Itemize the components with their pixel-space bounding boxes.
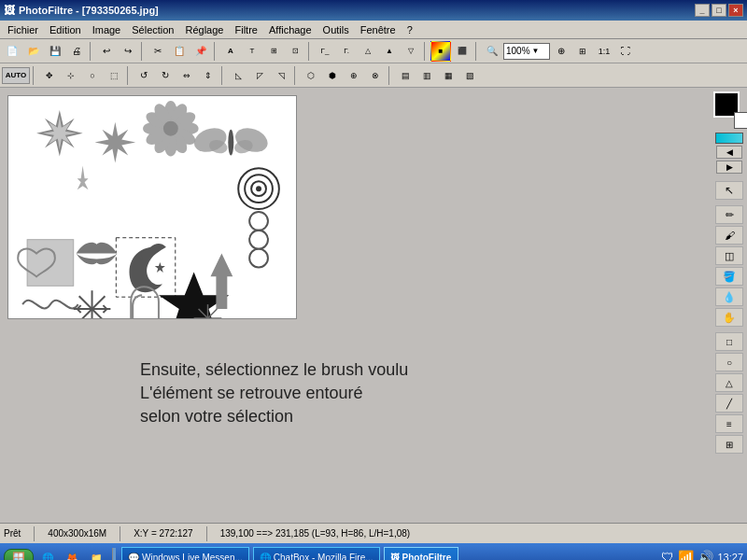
auto-btn[interactable]: AUTO [2, 67, 30, 84]
menu-affichage[interactable]: Affichage [263, 23, 317, 36]
tb-btn-a[interactable]: A [220, 41, 241, 62]
instruction-line1: Ensuite, sélectionnez le brush voulu [140, 358, 408, 382]
tb-btn-e[interactable]: Γ_ [315, 41, 335, 62]
tb-btn-i[interactable]: ▽ [401, 41, 421, 62]
title-bar-left: 🖼 PhotoFiltre - [793350265.jpg] [4, 4, 159, 17]
t2-rotate-l[interactable]: ↺ [134, 65, 154, 86]
menu-fenetre[interactable]: Fenêtre [355, 23, 402, 36]
line-tool-button[interactable]: ╱ [715, 394, 743, 413]
tb-btn-g[interactable]: △ [358, 41, 378, 62]
menu-reglage[interactable]: Réglage [180, 23, 230, 36]
taskbar-chatbox[interactable]: 🌐 ChatBox - Mozilla Fire... [253, 547, 380, 560]
scroll-left-button[interactable]: ◀ [716, 146, 742, 159]
title-bar-controls: _ □ × [695, 4, 743, 17]
messenger-label: Windows Live Messen... [142, 553, 243, 561]
quicklaunch-ff[interactable]: 🦊 [62, 547, 82, 560]
t2-flip-v[interactable]: ⇕ [198, 65, 218, 86]
extra-tool-1[interactable]: ≡ [715, 414, 743, 433]
start-button[interactable]: 🪟 [4, 549, 34, 561]
t2-lasso[interactable]: ○ [82, 65, 103, 86]
brush-panel [7, 95, 297, 319]
t2-extra8[interactable]: ▧ [459, 65, 480, 86]
cut-button[interactable]: ✂ [148, 41, 168, 62]
tb-btn-b[interactable]: T [242, 41, 262, 62]
restore-button[interactable]: □ [712, 4, 726, 17]
hand-tool-button[interactable]: ✋ [715, 308, 743, 327]
window-title: PhotoFiltre - [793350265.jpg] [19, 5, 159, 16]
pencil-tool-button[interactable]: ✏ [715, 205, 743, 224]
print-button[interactable]: 🖨 [66, 41, 87, 62]
t2-crop[interactable]: ⬚ [104, 65, 124, 86]
menu-fichier[interactable]: Fichier [2, 23, 44, 36]
t2-triangle3[interactable]: ◹ [271, 65, 291, 86]
oval-tool-button[interactable]: ○ [715, 353, 743, 371]
zoom-dropdown-arrow[interactable]: ▼ [532, 47, 540, 55]
tb-zoom-out[interactable]: 🔍 [482, 41, 502, 62]
menu-filtre[interactable]: Filtre [229, 23, 262, 36]
paste-button[interactable]: 📌 [190, 41, 211, 62]
t2-extra2[interactable]: ⬢ [322, 65, 343, 86]
t2-flip-h[interactable]: ⇔ [176, 65, 197, 86]
tb-btn-c[interactable]: ⊞ [263, 41, 284, 62]
tb-color[interactable]: ■ [430, 41, 451, 62]
main-area: Ensuite, sélectionnez le brush voulu L'é… [0, 88, 747, 523]
cursor-coordinates: X:Y = 272:127 [134, 528, 192, 539]
select-tool-button[interactable]: ↖ [715, 181, 743, 200]
tb-grayscale[interactable]: ⬛ [452, 41, 472, 62]
tb-btn-d[interactable]: ⊡ [285, 41, 305, 62]
scroll-right-button[interactable]: ▶ [716, 161, 742, 174]
svg-point-24 [256, 186, 261, 191]
brush-tool-button[interactable]: 🖌 [715, 226, 743, 245]
menu-selection[interactable]: Sélection [126, 23, 179, 36]
rect-tool-button[interactable]: □ [715, 332, 743, 351]
tb-fullscreen[interactable]: ⛶ [615, 41, 636, 62]
tb-btn-h[interactable]: ▲ [379, 41, 400, 62]
quicklaunch-folder[interactable]: 📁 [86, 547, 106, 560]
tb-actual[interactable]: 1:1 [594, 41, 614, 62]
close-button[interactable]: × [728, 4, 743, 17]
save-button[interactable]: 💾 [45, 41, 65, 62]
eraser-tool-button[interactable]: ◫ [715, 246, 743, 265]
t2-select[interactable]: ⊹ [61, 65, 81, 86]
tb-fit[interactable]: ⊞ [572, 41, 593, 62]
menu-image[interactable]: Image [87, 23, 127, 36]
background-color[interactable] [734, 112, 747, 129]
redo-button[interactable]: ↪ [118, 41, 138, 62]
t2-extra7[interactable]: ▦ [438, 65, 458, 86]
t2-triangle2[interactable]: ◸ [249, 65, 270, 86]
open-button[interactable]: 📂 [23, 41, 44, 62]
menu-outils[interactable]: Outils [317, 23, 355, 36]
photofiltre-label: PhotoFiltre [402, 553, 452, 561]
taskbar-photofiltre[interactable]: 🖼 PhotoFiltre [384, 547, 458, 560]
triangle-tool-button[interactable]: △ [715, 373, 743, 392]
new-button[interactable]: 📄 [2, 41, 22, 62]
t2-move[interactable]: ✥ [39, 65, 60, 86]
zoom-select[interactable]: 100% ▼ [503, 43, 550, 60]
messenger-icon: 💬 [128, 553, 139, 561]
t2-extra4[interactable]: ⊗ [365, 65, 386, 86]
quicklaunch-ie[interactable]: 🌐 [37, 547, 58, 560]
minimize-button[interactable]: _ [695, 4, 710, 17]
dropper-tool-button[interactable]: 💧 [715, 287, 743, 306]
taskbar-sep [112, 548, 116, 560]
t2-extra1[interactable]: ⬡ [301, 65, 321, 86]
t2-extra3[interactable]: ⊕ [344, 65, 364, 86]
copy-button[interactable]: 📋 [169, 41, 190, 62]
menu-edition[interactable]: Edition [44, 23, 87, 36]
chatbox-icon: 🌐 [260, 553, 271, 561]
t2-rotate-r[interactable]: ↻ [155, 65, 176, 86]
menu-bar: Fichier Edition Image Sélection Réglage … [0, 21, 747, 39]
t2-extra6[interactable]: ▥ [416, 65, 437, 86]
menu-help[interactable]: ? [402, 23, 418, 36]
t2-triangle1[interactable]: ◺ [228, 65, 248, 86]
fill-tool-button[interactable]: 🪣 [715, 267, 743, 286]
t2-extra5[interactable]: ▤ [395, 65, 416, 86]
extra-tool-2[interactable]: ⊞ [715, 435, 743, 454]
tb-zoom-in[interactable]: ⊕ [551, 41, 571, 62]
taskbar-messenger[interactable]: 💬 Windows Live Messen... [121, 547, 249, 560]
separator-5 [424, 42, 428, 61]
tb-btn-f[interactable]: Γ. [336, 41, 357, 62]
undo-button[interactable]: ↩ [96, 41, 117, 62]
volume-icon: 🔊 [698, 550, 713, 560]
svg-point-15 [163, 121, 178, 136]
